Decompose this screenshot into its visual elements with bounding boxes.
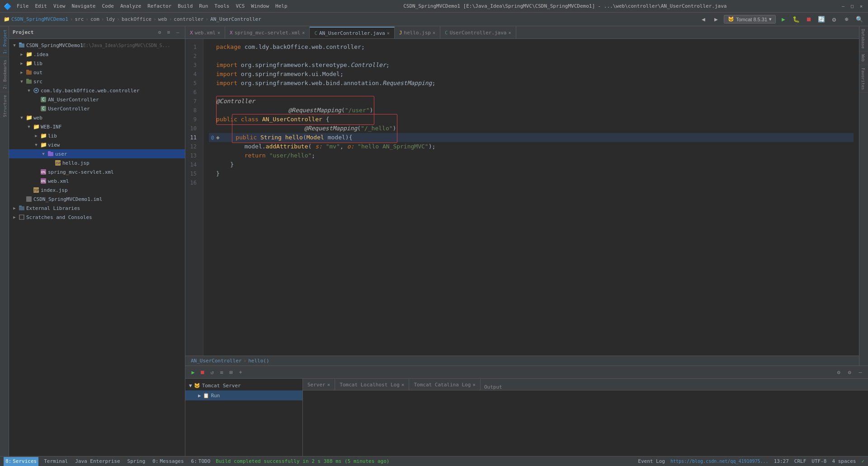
btab-server-close[interactable]: × bbox=[327, 382, 330, 388]
menu-file[interactable]: File bbox=[14, 2, 32, 10]
menu-edit[interactable]: Edit bbox=[33, 2, 50, 10]
menu-code[interactable]: Code bbox=[99, 2, 117, 10]
stop-button[interactable]: ⏹ bbox=[804, 14, 814, 24]
project-panel-collapse[interactable]: – bbox=[174, 29, 181, 36]
nav-src[interactable]: src bbox=[75, 16, 84, 22]
tree-webinf[interactable]: ▼ 📁 WEB-INF bbox=[9, 122, 185, 131]
services-add-btn[interactable]: + bbox=[236, 368, 245, 376]
menu-view[interactable]: View bbox=[51, 2, 68, 10]
nav-web[interactable]: web bbox=[158, 16, 167, 22]
forward-button[interactable]: ▶ bbox=[711, 14, 721, 24]
tab-spring-close[interactable]: × bbox=[302, 30, 305, 35]
tree-spring-xml[interactable]: XML spring_mvc-servlet.xml bbox=[9, 167, 185, 176]
status-indent[interactable]: 4 spaces bbox=[832, 458, 856, 464]
tab-hj-close[interactable]: × bbox=[433, 30, 435, 35]
menu-run[interactable]: Run bbox=[196, 2, 211, 10]
tab-an-close[interactable]: × bbox=[387, 31, 390, 36]
services-gear-btn[interactable]: ⚙ bbox=[845, 368, 854, 376]
nav-com[interactable]: com bbox=[90, 16, 99, 22]
tree-webinf-lib[interactable]: ▶ 📁 lib bbox=[9, 131, 185, 140]
nav-ldy[interactable]: ldy bbox=[106, 16, 115, 22]
tree-web-xml[interactable]: XML web.xml bbox=[9, 176, 185, 185]
vtab-favorites[interactable]: Favorites bbox=[859, 65, 868, 93]
service-run[interactable]: ▶ 📋 Run bbox=[185, 390, 302, 400]
tree-an-usercontroller[interactable]: C AN_UserController bbox=[9, 95, 185, 104]
menu-tools[interactable]: Tools bbox=[212, 2, 232, 10]
maximize-button[interactable]: □ bbox=[849, 3, 855, 10]
services-settings-btn[interactable]: ⚙ bbox=[835, 368, 843, 376]
vtab-bookmarks[interactable]: 2: Bookmarks bbox=[0, 57, 9, 92]
service-tomcat[interactable]: ▼ 🐱 Tomcat Server bbox=[185, 380, 302, 390]
tomcat-selector[interactable]: 🐱 Tomcat 8.5.31 ▾ bbox=[724, 15, 776, 24]
tree-ext-lib[interactable]: ▶ External Libraries bbox=[9, 204, 185, 213]
settings-button[interactable]: ⚙ bbox=[829, 14, 839, 24]
services-stop-btn[interactable]: ⏹ bbox=[198, 368, 207, 376]
tree-web[interactable]: ▼ 📁 web bbox=[9, 113, 185, 122]
tab-uc-close[interactable]: × bbox=[508, 30, 511, 35]
menu-vcs[interactable]: VCS bbox=[233, 2, 247, 10]
back-button[interactable]: ◀ bbox=[698, 14, 708, 24]
tree-scratches[interactable]: ▶ Scratches and Consoles bbox=[9, 213, 185, 222]
menu-window[interactable]: Window bbox=[248, 2, 272, 10]
tree-usercontroller[interactable]: C UserController bbox=[9, 104, 185, 113]
status-charset[interactable]: UTF-8 bbox=[811, 458, 826, 464]
tab-webxml[interactable]: X web.xml × bbox=[185, 27, 225, 38]
tree-out[interactable]: ▶ out bbox=[9, 68, 185, 77]
status-todo-btn[interactable]: 6: TODO bbox=[189, 457, 212, 466]
status-java-enterprise-btn[interactable]: Java Enterprise bbox=[73, 457, 122, 466]
services-refresh-btn[interactable]: ↺ bbox=[208, 368, 216, 376]
vtab-web[interactable]: Web bbox=[859, 52, 868, 65]
tree-hello-jsp[interactable]: JSP hello.jsp bbox=[9, 158, 185, 167]
services-collapse-btn[interactable]: – bbox=[856, 368, 864, 376]
vcs-button[interactable]: ⊕ bbox=[842, 14, 852, 24]
vtab-project[interactable]: 1: Project bbox=[0, 26, 9, 57]
debug-button[interactable]: 🐛 bbox=[791, 14, 801, 24]
project-panel-gear[interactable]: ≡ bbox=[165, 29, 172, 36]
tree-index-jsp[interactable]: JSP index.jsp bbox=[9, 185, 185, 195]
tab-an-usercontroller[interactable]: C AN_UserController.java × bbox=[310, 27, 394, 38]
status-messages-btn[interactable]: 0: Messages bbox=[151, 457, 185, 466]
menu-help[interactable]: Help bbox=[273, 2, 290, 10]
tab-webxml-close[interactable]: × bbox=[217, 30, 220, 35]
btab-server[interactable]: Server × bbox=[303, 379, 335, 390]
tree-root[interactable]: ▼ CSDN_SpringMVCDemo1 E:\Java_Idea\Sprin… bbox=[9, 41, 185, 50]
btab-catalina-close[interactable]: × bbox=[472, 382, 476, 388]
search-everywhere-button[interactable]: 🔍 bbox=[854, 14, 864, 24]
nav-controller[interactable]: controller bbox=[174, 16, 203, 22]
tree-lib[interactable]: ▶ 📁 lib bbox=[9, 59, 185, 68]
services-run-btn[interactable]: ▶ bbox=[189, 368, 197, 376]
run-button[interactable]: ▶ bbox=[778, 14, 788, 24]
output-area[interactable] bbox=[303, 390, 868, 456]
menu-analyze[interactable]: Analyze bbox=[118, 2, 144, 10]
tab-usercontroller[interactable]: C UserController.java × bbox=[440, 27, 516, 38]
services-group-btn[interactable]: ⊞ bbox=[227, 368, 235, 376]
tab-spring-xml[interactable]: X spring_mvc-servlet.xml × bbox=[225, 27, 310, 38]
menu-navigate[interactable]: Navigate bbox=[69, 2, 99, 10]
project-panel-settings[interactable]: ⚙ bbox=[156, 29, 163, 36]
tree-view[interactable]: ▼ 📁 view bbox=[9, 140, 185, 149]
nav-backoffice[interactable]: backOffice bbox=[122, 16, 151, 22]
btab-catalina[interactable]: Tomcat Catalina Log × bbox=[409, 379, 480, 390]
btab-localhost[interactable]: Tomcat Localhost Log × bbox=[335, 379, 409, 390]
nav-project-name[interactable]: CSDN_SpringMVCDemo1 bbox=[11, 16, 68, 22]
menu-refactor[interactable]: Refactor bbox=[145, 2, 174, 10]
services-filter-btn[interactable]: ≡ bbox=[217, 368, 226, 376]
vtab-database[interactable]: Database bbox=[859, 26, 868, 52]
event-log-btn[interactable]: Event Log bbox=[638, 458, 665, 464]
tree-iml[interactable]: CSDN_SpringMVCDemo1.iml bbox=[9, 195, 185, 204]
nav-class[interactable]: AN_UserController bbox=[210, 16, 261, 22]
tab-hello-jsp[interactable]: J hello.jsp × bbox=[395, 27, 440, 38]
status-spring-btn[interactable]: Spring bbox=[126, 457, 147, 466]
tree-src[interactable]: ▼ src bbox=[9, 77, 185, 86]
status-encoding[interactable]: CRLF bbox=[794, 458, 807, 464]
editor-content[interactable]: 1 2 3 4 5 6 7 8 9 10 11 bbox=[185, 39, 859, 356]
btab-localhost-close[interactable]: × bbox=[401, 382, 405, 388]
reload-button[interactable]: 🔄 bbox=[816, 14, 826, 24]
status-services-btn[interactable]: 8: Services bbox=[4, 457, 38, 466]
close-button[interactable]: ✕ bbox=[858, 3, 864, 10]
status-terminal-btn[interactable]: Terminal bbox=[42, 457, 70, 466]
tree-user[interactable]: ▼ user bbox=[9, 149, 185, 158]
code-lines[interactable]: package com.ldy.backOffice.web.controlle… bbox=[203, 39, 859, 356]
minimize-button[interactable]: – bbox=[840, 3, 846, 10]
tree-package[interactable]: ▼ com.ldy.backOffice.web.controller bbox=[9, 86, 185, 95]
